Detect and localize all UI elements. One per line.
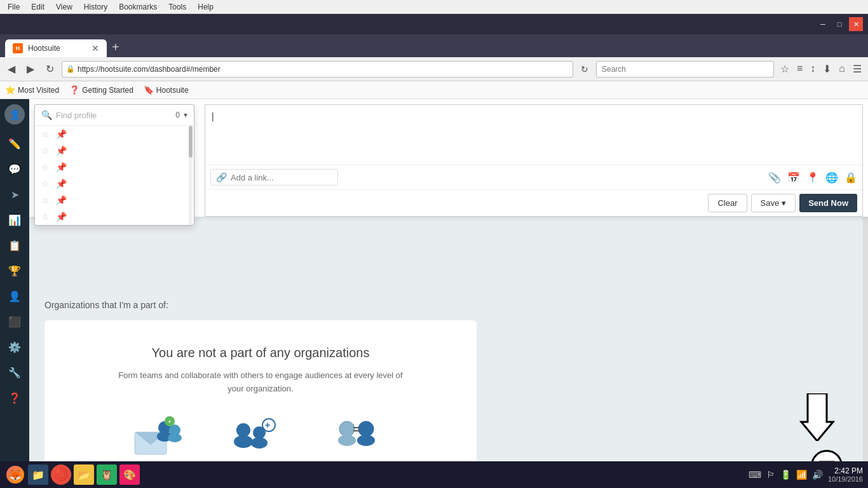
- taskbar-files-icon[interactable]: 📂: [74, 464, 94, 485]
- profile-item[interactable]: ☆📌: [35, 175, 194, 192]
- attachment-icon[interactable]: 📎: [768, 172, 781, 184]
- privacy-lock-icon[interactable]: 🔒: [844, 172, 857, 184]
- profile-pin-icon: 📌: [56, 146, 67, 156]
- profile-scrollthumb[interactable]: [189, 126, 193, 158]
- bookmark-hootsuite[interactable]: 🔖 Hootsuite: [144, 85, 189, 95]
- forward-button[interactable]: ▶: [23, 60, 38, 78]
- globe-icon[interactable]: 🌐: [825, 172, 838, 184]
- svg-point-14: [339, 421, 355, 437]
- link-input-wrap: 🔗: [210, 169, 338, 186]
- reload-page-button[interactable]: ↻: [577, 62, 592, 77]
- taskbar-volume-icon[interactable]: 🔊: [812, 470, 823, 480]
- create-teams-svg: +: [227, 416, 278, 458]
- taskbar-paint-icon[interactable]: 🎨: [119, 464, 140, 485]
- sync-icon[interactable]: ↕: [808, 62, 818, 76]
- user-avatar[interactable]: 👤: [4, 104, 25, 125]
- taskbar-start-button[interactable]: 🦊: [5, 464, 25, 485]
- minimize-button[interactable]: ─: [816, 17, 830, 31]
- compose-action-icons: 📎 📅 📍 🌐 🔒: [768, 172, 857, 184]
- compose-textarea[interactable]: |: [205, 105, 862, 162]
- start-collaborating-icon: [331, 415, 382, 459]
- sidebar-analytics-icon[interactable]: 📊: [3, 208, 26, 231]
- invite-members-svg: +: [132, 416, 182, 458]
- new-tab-button[interactable]: +: [109, 37, 122, 57]
- refresh-button[interactable]: ↻: [42, 60, 58, 78]
- home-icon[interactable]: ⌂: [836, 62, 848, 76]
- bookmark-getting-started[interactable]: ❓ Getting Started: [69, 85, 133, 95]
- profile-pin-icon: 📌: [56, 212, 67, 222]
- sidebar-contact-icon[interactable]: 👤: [3, 285, 26, 308]
- tab-close-button[interactable]: ✕: [92, 43, 99, 53]
- bookmarks-bar: ⭐ Most Visited ❓ Getting Started 🔖 Hoots…: [0, 81, 868, 99]
- browser-search-input[interactable]: [596, 61, 774, 78]
- close-button[interactable]: ✕: [849, 17, 863, 31]
- tab-title: Hootsuite: [28, 44, 60, 53]
- address-bar[interactable]: [78, 65, 569, 74]
- menu-edit[interactable]: Edit: [26, 1, 50, 13]
- profile-search-icon: 🔍: [41, 110, 52, 120]
- save-dropdown-arrow: ▾: [782, 198, 786, 208]
- taskbar-hootsuite-taskbar-icon[interactable]: 🦉: [97, 464, 117, 485]
- sidebar-apps-icon[interactable]: ⬛: [3, 310, 26, 333]
- clear-button[interactable]: Clear: [708, 194, 747, 212]
- sidebar-rewards-icon[interactable]: 🏆: [3, 259, 26, 282]
- taskbar-chrome-icon[interactable]: ⭕: [51, 464, 71, 485]
- compose-panel: 🔍 Find profile 0 ▾ ☆📌 ☆📌 ☆📌 ☆📌 ☆📌 ☆📌: [29, 99, 868, 217]
- send-now-button[interactable]: Send Now: [799, 194, 857, 212]
- menu-file[interactable]: File: [3, 1, 25, 13]
- calendar-icon[interactable]: 📅: [787, 172, 800, 184]
- taskbar-keyboard-icon[interactable]: ⌨: [749, 470, 761, 480]
- profile-search-header: 🔍 Find profile 0 ▾: [35, 105, 194, 125]
- sidebar-compose-icon[interactable]: ✏️: [3, 132, 26, 155]
- profile-star-icon: ☆: [41, 146, 50, 156]
- sidebar-publisher-icon[interactable]: 📋: [3, 234, 26, 257]
- profile-list: ☆📌 ☆📌 ☆📌 ☆📌 ☆📌 ☆📌: [35, 125, 194, 225]
- window-controls: ─ □ ✕: [816, 17, 863, 31]
- menu-help[interactable]: Help: [193, 1, 219, 13]
- svg-text:+: +: [168, 418, 172, 425]
- profile-dropdown-arrow[interactable]: ▾: [184, 111, 187, 119]
- ssl-lock-icon: 🔒: [66, 65, 75, 73]
- taskbar-flag-icon[interactable]: 🏳: [766, 470, 775, 480]
- profile-item[interactable]: ☆📌: [35, 142, 194, 159]
- menu-icon[interactable]: ☰: [850, 62, 864, 76]
- nav-bar: ◀ ▶ ↻ 🔒 ↻ ☆ ≡ ↕ ⬇ ⌂ ☰: [0, 57, 868, 81]
- menu-bar: File Edit View History Bookmarks Tools H…: [0, 0, 868, 14]
- menu-view[interactable]: View: [51, 1, 78, 13]
- back-button[interactable]: ◀: [4, 60, 19, 78]
- bookmark-star-icon[interactable]: ☆: [778, 62, 792, 76]
- sidebar-help-icon[interactable]: ❓: [3, 386, 26, 409]
- maximize-button[interactable]: □: [832, 17, 846, 31]
- reader-view-icon[interactable]: ≡: [794, 62, 805, 76]
- taskbar-clock: 2:42 PM 10/19/2016: [828, 466, 863, 483]
- sidebar-send-icon[interactable]: ➤: [3, 183, 26, 206]
- profile-item[interactable]: ☆📌: [35, 159, 194, 175]
- save-button[interactable]: Save ▾: [751, 194, 796, 212]
- taskbar-signal-icon[interactable]: 📶: [796, 470, 807, 480]
- sidebar-messages-icon[interactable]: 💬: [3, 158, 26, 180]
- sidebar-settings-icon[interactable]: ⚙️: [3, 336, 26, 358]
- menu-history[interactable]: History: [79, 1, 112, 13]
- active-tab[interactable]: H Hootsuite ✕: [5, 39, 107, 57]
- menu-bookmarks[interactable]: Bookmarks: [114, 1, 162, 13]
- taskbar-folder-icon[interactable]: 📁: [28, 464, 48, 485]
- bookmark-most-visited[interactable]: ⭐ Most Visited: [5, 85, 59, 95]
- orgs-card-desc: Form teams and collaborate with others t…: [64, 369, 458, 396]
- taskbar-firefox-icon[interactable]: 🦊: [6, 466, 24, 484]
- location-icon[interactable]: 📍: [806, 172, 819, 184]
- profile-item[interactable]: ☆📌: [35, 208, 194, 225]
- profile-item[interactable]: ☆📌: [35, 192, 194, 208]
- sidebar-tools-icon[interactable]: 🔧: [3, 361, 26, 384]
- taskbar-battery-icon[interactable]: 🔋: [780, 470, 791, 480]
- profile-item[interactable]: ☆📌: [35, 126, 194, 142]
- profile-count: 0: [175, 111, 180, 119]
- menu-tools[interactable]: Tools: [163, 1, 191, 13]
- profile-scrolltrack: [189, 126, 193, 225]
- download-icon[interactable]: ⬇: [820, 62, 834, 76]
- taskbar: 🦊 📁 ⭕ 📂 🦉 🎨 ⌨ 🏳 🔋 📶 🔊 2:42 PM 10/19/2016: [0, 461, 868, 488]
- organizations-section: Organizations that I'm a part of: You ar…: [29, 290, 868, 488]
- profile-star-icon: ☆: [41, 162, 50, 172]
- profile-star-icon: ☆: [41, 179, 50, 189]
- link-input[interactable]: [231, 173, 332, 182]
- profile-search-dropdown: 🔍 Find profile 0 ▾ ☆📌 ☆📌 ☆📌 ☆📌 ☆📌 ☆📌: [34, 104, 194, 226]
